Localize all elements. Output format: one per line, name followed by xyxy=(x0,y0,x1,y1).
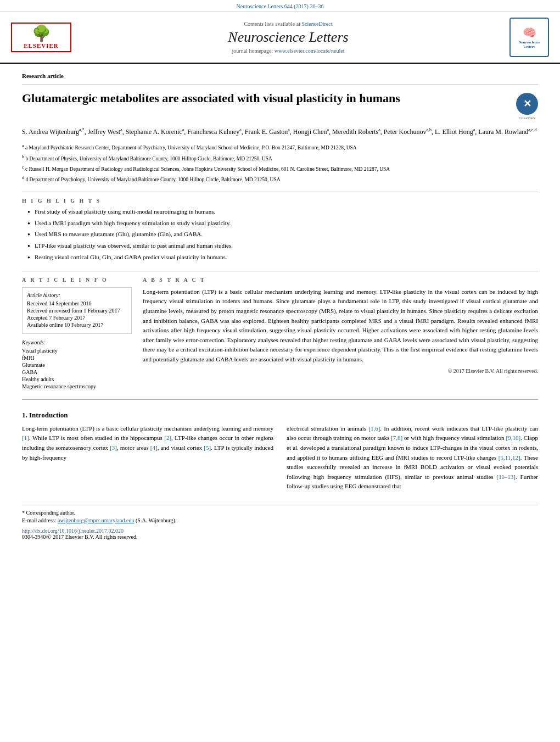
abstract-text: Long-term potentiation (LTP) is a basic … xyxy=(143,287,538,365)
affiliation-a: a a Maryland Psychiatric Research Center… xyxy=(22,143,538,152)
doi-link[interactable]: http://dx.doi.org/10.1016/j.neulet.2017.… xyxy=(22,528,124,534)
article-info-abstract-section: A R T I C L E I N F O Article history: R… xyxy=(22,277,538,390)
article-history-title: Article history: xyxy=(27,292,127,298)
elsevier-logo-box: 🌳 ELSEVIER xyxy=(11,23,71,52)
footnote-email: E-mail address: awijtenburg@mprc.umaryla… xyxy=(22,517,538,523)
neuroscience-letters-logo: 🧠 Neuroscience Letters xyxy=(509,18,549,57)
contents-line: Contents lists available at ScienceDirec… xyxy=(71,21,505,27)
bullet-icon: • xyxy=(27,231,30,240)
intro-right-col: electrical stimulation in animals [1,6].… xyxy=(287,424,538,496)
list-item: • Resting visual cortical Glu, Gln, and … xyxy=(27,254,538,263)
article-info-col: A R T I C L E I N F O Article history: R… xyxy=(22,277,132,390)
article-type-label: Research article xyxy=(22,72,538,79)
keyword-2: fMRI xyxy=(22,355,132,361)
elsevier-tree-icon: 🌳 xyxy=(15,26,67,41)
article-history-box: Article history: Received 14 September 2… xyxy=(22,287,132,334)
history-revised: Received in revised form 1 February 2017 xyxy=(27,308,127,314)
bullet-icon: • xyxy=(27,254,30,263)
affiliations: a a Maryland Psychiatric Research Center… xyxy=(22,143,538,184)
main-content: Research article Glutamatergic metabolit… xyxy=(0,64,560,550)
keyword-3: Glutamate xyxy=(22,362,132,368)
footnote-corresponding: * Corresponding author. xyxy=(22,510,538,516)
introduction-section: 1. Introduction Long-term potentiation (… xyxy=(22,405,538,540)
highlights-list: • First study of visual plasticity using… xyxy=(22,208,538,263)
history-received: Received 14 September 2016 xyxy=(27,300,127,306)
homepage-line: journal homepage: www.elsevier.com/locat… xyxy=(71,48,505,54)
issn-line: 0304-3940/© 2017 Elsevier B.V. All right… xyxy=(22,534,538,540)
crossmark-label: CrossMark xyxy=(516,116,538,120)
crossmark-logo: ✕ CrossMark xyxy=(516,93,538,120)
meredith-roberts-author: Meredith Roberts xyxy=(332,128,378,136)
sciencedirect-link[interactable]: ScienceDirect xyxy=(301,21,332,27)
crossmark-icon: ✕ xyxy=(516,93,538,115)
intro-left-col: Long-term potentiation (LTP) is a basic … xyxy=(22,424,273,496)
abstract-top-divider xyxy=(22,271,538,271)
brain-icon: 🧠 xyxy=(523,26,536,39)
affiliation-b: b b Department of Physics, University of… xyxy=(22,154,538,163)
journal-header: 🌳 ELSEVIER Contents lists available at S… xyxy=(0,12,560,64)
journal-logo-right: 🧠 Neuroscience Letters xyxy=(505,18,549,57)
keyword-1: Visual plasticity xyxy=(22,348,132,354)
email-link[interactable]: awijtenburg@mprc.umaryland.edu xyxy=(58,517,135,523)
bullet-icon: • xyxy=(27,208,30,217)
doi-line: http://dx.doi.org/10.1016/j.neulet.2017.… xyxy=(22,528,538,534)
copyright-line: © 2017 Elsevier B.V. All rights reserved… xyxy=(143,368,538,374)
journal-title-center: Contents lists available at ScienceDirec… xyxy=(71,21,505,54)
elsevier-label: ELSEVIER xyxy=(15,42,67,49)
list-item: • Used MRS to measure glutamate (Glu), g… xyxy=(27,231,538,240)
affiliation-c: c c Russell H. Morgan Department of Radi… xyxy=(22,164,538,173)
history-accepted: Accepted 7 February 2017 xyxy=(27,315,127,321)
intro-divider xyxy=(22,399,538,400)
journal-name: Neuroscience Letters xyxy=(71,29,505,46)
footnotes-section: * Corresponding author. E-mail address: … xyxy=(22,505,538,540)
bullet-icon: • xyxy=(27,242,30,252)
article-info-label: A R T I C L E I N F O xyxy=(22,277,132,283)
history-online: Available online 10 February 2017 xyxy=(27,322,127,328)
elsevier-logo: 🌳 ELSEVIER xyxy=(11,23,71,52)
section-heading: 1. Introduction xyxy=(22,411,538,420)
keywords-section: Keywords: Visual plasticity fMRI Glutama… xyxy=(22,339,132,389)
list-item: • Used a fMRI paradigm with high frequen… xyxy=(27,220,538,229)
intro-left-para: Long-term potentiation (LTP) is a basic … xyxy=(22,424,273,462)
bullet-icon: • xyxy=(27,220,30,229)
keywords-title: Keywords: xyxy=(22,339,132,345)
journal-volume-info: Neuroscience Letters 644 (2017) 30–36 xyxy=(237,3,324,9)
keyword-6: Magnetic resonance spectroscopy xyxy=(22,383,132,389)
keyword-5: Healthy adults xyxy=(22,376,132,382)
keyword-4: GABA xyxy=(22,369,132,375)
abstract-col: A B S T R A C T Long-term potentiation (… xyxy=(143,277,538,390)
abstract-label: A B S T R A C T xyxy=(143,277,538,283)
list-item: • First study of visual plasticity using… xyxy=(27,208,538,217)
article-title: Glutamatergic metabolites are associated… xyxy=(22,91,507,107)
title-divider xyxy=(22,85,538,85)
authors-line: S. Andrea Wijtenburga,*, Jeffrey Westa, … xyxy=(22,127,538,137)
article-title-row: Glutamatergic metabolites are associated… xyxy=(22,91,538,120)
logo-journal-name: Neuroscience Letters xyxy=(513,40,546,49)
intro-right-para: electrical stimulation in animals [1,6].… xyxy=(287,424,538,492)
intro-two-col: Long-term potentiation (LTP) is a basic … xyxy=(22,424,538,496)
highlights-top-divider xyxy=(22,192,538,192)
page-wrapper: Neuroscience Letters 644 (2017) 30–36 🌳 … xyxy=(0,0,560,550)
highlights-label: H I G H L I G H T S xyxy=(22,198,538,204)
list-item: • LTP-like visual plasticity was observe… xyxy=(27,242,538,252)
highlights-section: H I G H L I G H T S • First study of vis… xyxy=(22,198,538,263)
homepage-url: www.elsevier.com/locate/neulet xyxy=(275,48,345,54)
top-bar: Neuroscience Letters 644 (2017) 30–36 xyxy=(0,0,560,12)
affiliation-d: d d Department of Psychology, University… xyxy=(22,175,538,183)
